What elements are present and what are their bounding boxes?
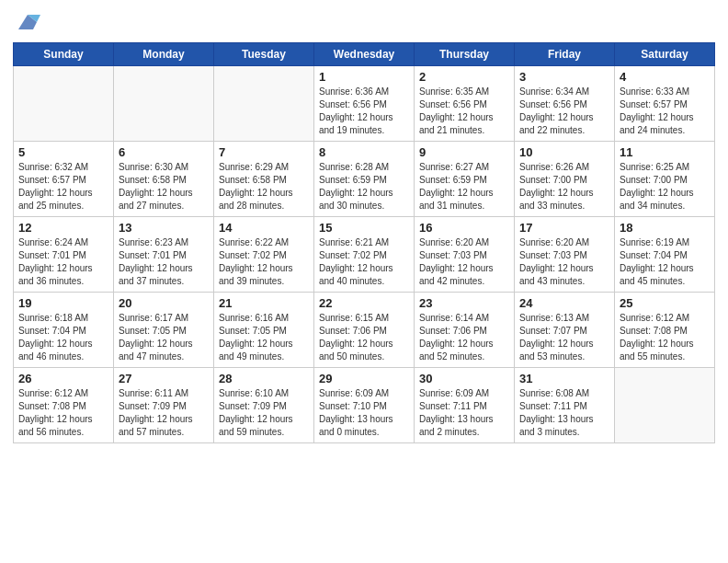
- calendar-cell: 8Sunrise: 6:28 AM Sunset: 6:59 PM Daylig…: [314, 142, 415, 217]
- day-info: Sunrise: 6:29 AM Sunset: 6:58 PM Dayligh…: [219, 161, 309, 213]
- calendar-cell: 15Sunrise: 6:21 AM Sunset: 7:02 PM Dayli…: [314, 217, 415, 293]
- day-info: Sunrise: 6:08 AM Sunset: 7:11 PM Dayligh…: [519, 387, 609, 439]
- day-number: 29: [319, 372, 409, 385]
- day-number: 13: [119, 221, 209, 235]
- day-number: 26: [18, 372, 108, 385]
- weekday-header: Thursday: [415, 43, 515, 66]
- day-info: Sunrise: 6:28 AM Sunset: 6:59 PM Dayligh…: [319, 161, 409, 213]
- day-info: Sunrise: 6:11 AM Sunset: 7:09 PM Dayligh…: [119, 387, 209, 439]
- day-info: Sunrise: 6:20 AM Sunset: 7:03 PM Dayligh…: [419, 236, 509, 288]
- day-number: 19: [18, 296, 108, 310]
- weekday-header: Friday: [515, 43, 615, 66]
- calendar-cell: 20Sunrise: 6:17 AM Sunset: 7:05 PM Dayli…: [114, 293, 214, 368]
- day-info: Sunrise: 6:20 AM Sunset: 7:03 PM Dayligh…: [519, 236, 609, 288]
- calendar-cell: 13Sunrise: 6:23 AM Sunset: 7:01 PM Dayli…: [114, 217, 214, 293]
- day-info: Sunrise: 6:12 AM Sunset: 7:08 PM Dayligh…: [18, 387, 108, 439]
- calendar-cell: 21Sunrise: 6:16 AM Sunset: 7:05 PM Dayli…: [214, 293, 314, 368]
- calendar-cell: 6Sunrise: 6:30 AM Sunset: 6:58 PM Daylig…: [114, 142, 214, 217]
- calendar-week-row: 26Sunrise: 6:12 AM Sunset: 7:08 PM Dayli…: [14, 368, 715, 443]
- day-number: 27: [119, 372, 209, 385]
- day-info: Sunrise: 6:22 AM Sunset: 7:02 PM Dayligh…: [219, 236, 309, 288]
- calendar-cell: 18Sunrise: 6:19 AM Sunset: 7:04 PM Dayli…: [615, 217, 715, 293]
- calendar-week-row: 19Sunrise: 6:18 AM Sunset: 7:04 PM Dayli…: [14, 293, 715, 368]
- calendar-cell: 27Sunrise: 6:11 AM Sunset: 7:09 PM Dayli…: [114, 368, 214, 443]
- calendar-cell: 14Sunrise: 6:22 AM Sunset: 7:02 PM Dayli…: [214, 217, 314, 293]
- calendar-cell: [114, 66, 214, 142]
- day-info: Sunrise: 6:13 AM Sunset: 7:07 PM Dayligh…: [519, 312, 609, 363]
- weekday-header: Saturday: [615, 43, 715, 66]
- calendar-cell: 22Sunrise: 6:15 AM Sunset: 7:06 PM Dayli…: [314, 293, 415, 368]
- calendar-cell: 9Sunrise: 6:27 AM Sunset: 6:59 PM Daylig…: [415, 142, 515, 217]
- day-number: 15: [319, 221, 409, 235]
- day-number: 11: [620, 145, 710, 159]
- day-info: Sunrise: 6:35 AM Sunset: 6:56 PM Dayligh…: [419, 86, 509, 137]
- calendar-cell: 7Sunrise: 6:29 AM Sunset: 6:58 PM Daylig…: [214, 142, 314, 217]
- calendar-cell: 5Sunrise: 6:32 AM Sunset: 6:57 PM Daylig…: [14, 142, 114, 217]
- day-number: 24: [519, 296, 609, 310]
- weekday-header: Tuesday: [214, 43, 314, 66]
- day-info: Sunrise: 6:17 AM Sunset: 7:05 PM Dayligh…: [119, 312, 209, 363]
- day-number: 4: [620, 70, 710, 84]
- day-number: 23: [419, 296, 509, 310]
- day-number: 7: [219, 145, 309, 159]
- day-info: Sunrise: 6:30 AM Sunset: 6:58 PM Dayligh…: [119, 161, 209, 213]
- calendar-cell: 2Sunrise: 6:35 AM Sunset: 6:56 PM Daylig…: [415, 66, 515, 142]
- day-info: Sunrise: 6:21 AM Sunset: 7:02 PM Dayligh…: [319, 236, 409, 288]
- calendar-cell: 4Sunrise: 6:33 AM Sunset: 6:57 PM Daylig…: [615, 66, 715, 142]
- day-number: 21: [219, 296, 309, 310]
- calendar-cell: 31Sunrise: 6:08 AM Sunset: 7:11 PM Dayli…: [515, 368, 615, 443]
- weekday-header: Monday: [114, 43, 214, 66]
- day-number: 14: [219, 221, 309, 235]
- day-info: Sunrise: 6:33 AM Sunset: 6:57 PM Dayligh…: [620, 86, 710, 137]
- day-number: 2: [419, 70, 509, 84]
- calendar-cell: 23Sunrise: 6:14 AM Sunset: 7:06 PM Dayli…: [415, 293, 515, 368]
- calendar-cell: 1Sunrise: 6:36 AM Sunset: 6:56 PM Daylig…: [314, 66, 415, 142]
- calendar-week-row: 5Sunrise: 6:32 AM Sunset: 6:57 PM Daylig…: [14, 142, 715, 217]
- weekday-header: Wednesday: [314, 43, 415, 66]
- day-number: 16: [419, 221, 509, 235]
- day-info: Sunrise: 6:24 AM Sunset: 7:01 PM Dayligh…: [18, 236, 108, 288]
- day-info: Sunrise: 6:19 AM Sunset: 7:04 PM Dayligh…: [620, 236, 710, 288]
- day-number: 20: [119, 296, 209, 310]
- calendar-cell: 10Sunrise: 6:26 AM Sunset: 7:00 PM Dayli…: [515, 142, 615, 217]
- day-info: Sunrise: 6:26 AM Sunset: 7:00 PM Dayligh…: [519, 161, 609, 213]
- calendar-cell: [615, 368, 715, 443]
- header: [13, 9, 715, 35]
- day-number: 28: [219, 372, 309, 385]
- calendar-cell: 3Sunrise: 6:34 AM Sunset: 6:56 PM Daylig…: [515, 66, 615, 142]
- day-number: 3: [519, 70, 609, 84]
- day-info: Sunrise: 6:12 AM Sunset: 7:08 PM Dayligh…: [620, 312, 710, 363]
- calendar-cell: 12Sunrise: 6:24 AM Sunset: 7:01 PM Dayli…: [14, 217, 114, 293]
- day-info: Sunrise: 6:23 AM Sunset: 7:01 PM Dayligh…: [119, 236, 209, 288]
- calendar-week-row: 1Sunrise: 6:36 AM Sunset: 6:56 PM Daylig…: [14, 66, 715, 142]
- day-number: 22: [319, 296, 409, 310]
- calendar-cell: 26Sunrise: 6:12 AM Sunset: 7:08 PM Dayli…: [14, 368, 114, 443]
- day-number: 17: [519, 221, 609, 235]
- day-number: 10: [519, 145, 609, 159]
- calendar-week-row: 12Sunrise: 6:24 AM Sunset: 7:01 PM Dayli…: [14, 217, 715, 293]
- day-info: Sunrise: 6:09 AM Sunset: 7:11 PM Dayligh…: [419, 387, 509, 439]
- day-info: Sunrise: 6:27 AM Sunset: 6:59 PM Dayligh…: [419, 161, 509, 213]
- calendar-cell: 24Sunrise: 6:13 AM Sunset: 7:07 PM Dayli…: [515, 293, 615, 368]
- day-number: 18: [620, 221, 710, 235]
- header-row: SundayMondayTuesdayWednesdayThursdayFrid…: [14, 43, 715, 66]
- day-info: Sunrise: 6:10 AM Sunset: 7:09 PM Dayligh…: [219, 387, 309, 439]
- calendar-cell: [214, 66, 314, 142]
- calendar-cell: 11Sunrise: 6:25 AM Sunset: 7:00 PM Dayli…: [615, 142, 715, 217]
- day-number: 5: [18, 145, 108, 159]
- day-number: 30: [419, 372, 509, 385]
- calendar-cell: 16Sunrise: 6:20 AM Sunset: 7:03 PM Dayli…: [415, 217, 515, 293]
- day-info: Sunrise: 6:34 AM Sunset: 6:56 PM Dayligh…: [519, 86, 609, 137]
- calendar-cell: [14, 66, 114, 142]
- day-info: Sunrise: 6:15 AM Sunset: 7:06 PM Dayligh…: [319, 312, 409, 363]
- calendar-cell: 29Sunrise: 6:09 AM Sunset: 7:10 PM Dayli…: [314, 368, 415, 443]
- day-info: Sunrise: 6:16 AM Sunset: 7:05 PM Dayligh…: [219, 312, 309, 363]
- day-number: 25: [620, 296, 710, 310]
- calendar-cell: 30Sunrise: 6:09 AM Sunset: 7:11 PM Dayli…: [415, 368, 515, 443]
- day-number: 31: [519, 372, 609, 385]
- day-number: 6: [119, 145, 209, 159]
- day-info: Sunrise: 6:36 AM Sunset: 6:56 PM Dayligh…: [319, 86, 409, 137]
- day-number: 8: [319, 145, 409, 159]
- calendar-cell: 17Sunrise: 6:20 AM Sunset: 7:03 PM Dayli…: [515, 217, 615, 293]
- calendar-cell: 28Sunrise: 6:10 AM Sunset: 7:09 PM Dayli…: [214, 368, 314, 443]
